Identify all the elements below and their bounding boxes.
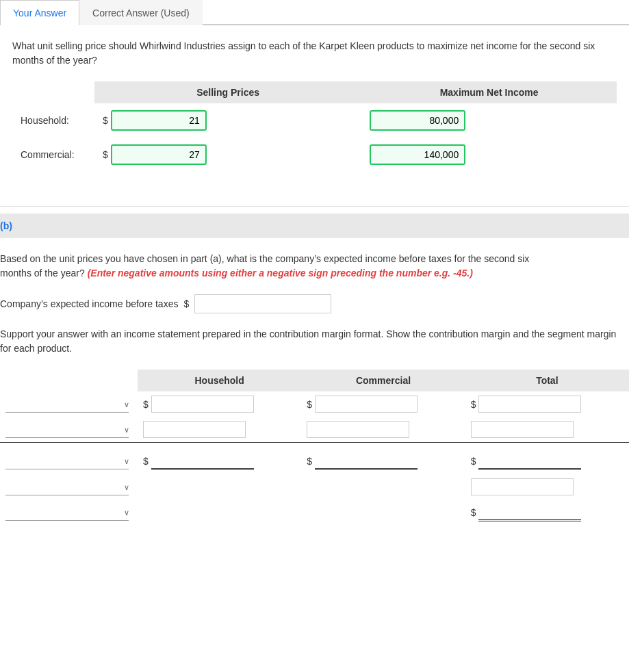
cm-divider-commercial [301, 443, 465, 449]
cm-row2-total-input[interactable] [471, 421, 574, 438]
cm-row4-select-wrapper [5, 479, 132, 495]
statement-support-text: Support your answer with an income state… [0, 327, 629, 356]
part-a-question: What unit selling price should Whirlwind… [12, 39, 617, 68]
commercial-label: Commercial: [12, 138, 94, 172]
part-b-note: (Enter negative amounts using either a n… [88, 268, 473, 279]
table-row: Commercial: $ [12, 138, 617, 172]
cm-row1-select-wrapper [5, 396, 132, 413]
cm-row3-dropdown[interactable] [5, 453, 129, 469]
cm-row2-label-cell [0, 417, 138, 443]
cm-row3-t-dollar: $ [471, 456, 476, 467]
commercial-selling-price-input[interactable] [111, 144, 207, 165]
income-before-taxes-row: Company’s expected income before taxes $ [0, 294, 629, 313]
cm-row2-commercial-input[interactable] [307, 421, 409, 438]
cm-row4-total-input[interactable] [471, 478, 574, 495]
cm-row1-dropdown[interactable] [5, 396, 129, 413]
cm-row2-dropdown[interactable] [5, 422, 129, 438]
cm-row4-total-cell [465, 474, 629, 500]
cm-row1-total-input[interactable] [478, 396, 581, 413]
cm-row2-select-wrapper [5, 422, 132, 438]
cm-row2-household-input[interactable] [143, 421, 246, 438]
cm-row1-label-cell [0, 391, 138, 417]
selling-prices-table: Selling Prices Maximum Net Income Househ… [12, 81, 617, 172]
cm-row4-household-cell [138, 474, 301, 500]
cm-col-household: Household [138, 370, 301, 391]
household-selling-price-input[interactable] [111, 110, 207, 131]
cm-row4-label-cell [0, 474, 138, 500]
income-before-taxes-input[interactable] [194, 294, 331, 313]
household-net-income-input[interactable] [370, 110, 465, 131]
commercial-net-income-input[interactable] [370, 144, 465, 165]
part-a-section: What unit selling price should Whirlwind… [0, 25, 629, 199]
cm-row5-dropdown[interactable] [5, 504, 129, 521]
cm-row1-household-cell: $ [138, 391, 301, 417]
cm-row1-commercial-cell: $ [301, 391, 465, 417]
cm-row5-household-cell [138, 500, 301, 526]
commercial-selling-price-cell: $ [94, 138, 361, 172]
cm-row1-h-dollar: $ [143, 399, 149, 410]
cm-row2-total-cell [465, 417, 629, 443]
cm-row5-t-dollar: $ [471, 507, 476, 518]
household-label: Household: [12, 103, 94, 138]
household-dollar1: $ [103, 115, 108, 126]
cm-divider-label [0, 443, 138, 449]
tab-your-answer[interactable]: Your Answer [0, 0, 79, 25]
cm-row5-label-cell [0, 500, 138, 526]
col-empty [12, 81, 94, 103]
cm-row5-total-cell: $ [465, 500, 629, 526]
tab-correct-answer[interactable]: Correct Answer (Used) [79, 0, 203, 25]
commercial-net-income-cell [361, 138, 617, 172]
cm-row3-total-input[interactable] [478, 452, 581, 470]
income-label: Company’s expected income before taxes [0, 298, 178, 309]
cm-row3-h-dollar: $ [143, 456, 149, 467]
household-net-income-cell [361, 103, 617, 138]
tabs-container: Your Answer Correct Answer (Used) [0, 0, 629, 25]
part-b-question: Based on the unit prices you have chosen… [0, 252, 629, 281]
col-max-net-income: Maximum Net Income [361, 81, 617, 103]
cm-row3-household-cell: $ [138, 448, 301, 474]
cm-row3-c-dollar: $ [307, 456, 312, 467]
cm-col-commercial: Commercial [301, 370, 465, 391]
cm-row1-total-cell: $ [465, 391, 629, 417]
cm-row3-total-cell: $ [465, 448, 629, 474]
part-b-question-start: Based on the unit prices you have chosen… [0, 253, 529, 264]
cm-row4-commercial-cell [301, 474, 465, 500]
household-selling-price-cell: $ [94, 103, 361, 138]
cm-row3-select-wrapper [5, 453, 132, 469]
cm-row2-commercial-cell [301, 417, 465, 443]
cm-row4-dropdown[interactable] [5, 479, 129, 495]
income-dollar-sign: $ [183, 298, 189, 309]
cm-row2-household-cell [138, 417, 301, 443]
cm-row-2 [0, 417, 629, 443]
contribution-margin-table: Household Commercial Total $ [0, 370, 629, 526]
table-row: Household: $ [12, 103, 617, 138]
cm-row-5: $ [0, 500, 629, 526]
cm-row1-commercial-input[interactable] [315, 396, 418, 413]
cm-row-1: $ $ $ [0, 391, 629, 417]
cm-row5-select-wrapper [5, 504, 132, 521]
col-selling-prices: Selling Prices [94, 81, 361, 103]
part-b-question-end: months of the year? [0, 268, 85, 279]
cm-row3-commercial-input[interactable] [315, 452, 418, 470]
cm-row5-total-input[interactable] [478, 504, 581, 521]
cm-row1-c-dollar: $ [307, 399, 312, 410]
cm-col-total: Total [465, 370, 629, 391]
cm-row-4 [0, 474, 629, 500]
cm-row3-household-input[interactable] [151, 452, 254, 470]
part-b-section: Based on the unit prices you have chosen… [0, 252, 629, 539]
part-b-header: (b) [0, 214, 629, 238]
cm-row-3: $ $ $ [0, 448, 629, 474]
cm-row3-commercial-cell: $ [301, 448, 465, 474]
cm-row1-household-input[interactable] [151, 396, 254, 413]
part-b-label: (b) [0, 220, 12, 231]
cm-divider-total [465, 443, 629, 449]
cm-row5-commercial-cell [301, 500, 465, 526]
cm-col-label [0, 370, 138, 391]
commercial-dollar1: $ [103, 149, 108, 160]
cm-divider-household [138, 443, 301, 449]
cm-divider-row [0, 443, 629, 449]
cm-row3-label-cell [0, 448, 138, 474]
cm-row1-t-dollar: $ [471, 399, 476, 410]
